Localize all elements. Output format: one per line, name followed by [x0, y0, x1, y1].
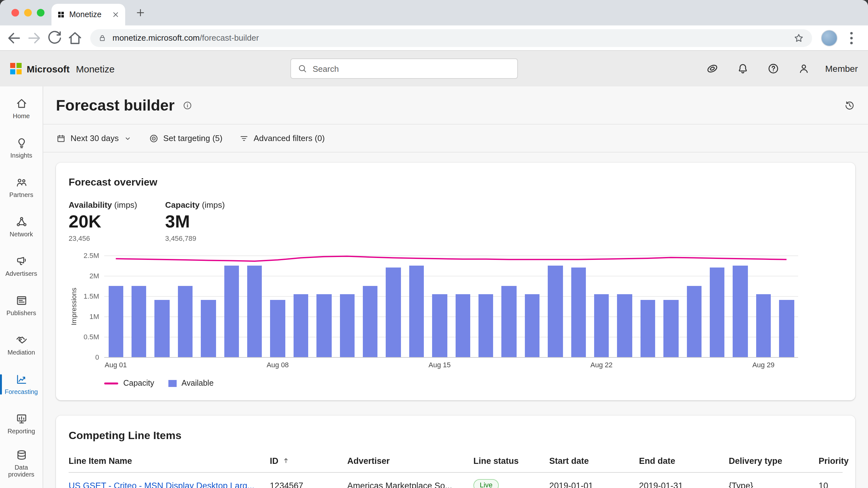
availability-label-text: Availability [69, 200, 112, 210]
column-header-label: Line status [473, 456, 519, 466]
sidebar-item-network[interactable]: Network [0, 207, 42, 247]
partners-icon [15, 176, 28, 189]
line-item-row: US GSET - Criteo - MSN Display Desktop L… [69, 472, 843, 488]
forecasting-icon [15, 373, 28, 386]
sidebar: HomeInsightsPartnersNetworkAdvertisersPu… [0, 86, 43, 488]
info-icon[interactable] [182, 100, 192, 110]
app-brand[interactable]: Microsoft Monetize [10, 63, 115, 74]
y-axis-ticks: 00.5M1M1.5M2M2.5M [79, 255, 104, 357]
column-header-line-item-name[interactable]: Line Item Name [69, 451, 270, 472]
sidebar-item-partners[interactable]: Partners [0, 168, 42, 207]
sidebar-item-mediation[interactable]: Mediation [0, 325, 42, 365]
y-axis-label: Impressions [69, 255, 79, 357]
new-tab-button[interactable] [135, 7, 146, 19]
person-icon[interactable] [797, 62, 810, 75]
cell-advertiser: Americas Marketplace So... [347, 472, 473, 488]
line-item-link[interactable]: US GSET - Criteo - MSN Display Desktop L… [69, 481, 254, 488]
forecast-chart: Impressions 00.5M1M1.5M2M2.5M [69, 255, 843, 388]
y-tick-label: 1.5M [84, 292, 99, 300]
line-items-table: Line Item NameIDAdvertiserLine statusSta… [69, 451, 843, 488]
capacity-exact: 3,456,789 [165, 234, 225, 243]
home-icon [15, 97, 28, 110]
sidebar-item-data-providers[interactable]: Data providers [0, 444, 42, 483]
window-zoom-button[interactable] [37, 9, 44, 17]
browser-profile-avatar[interactable] [821, 30, 837, 46]
capacity-stat: Capacity (imps) 3M 3,456,789 [165, 200, 225, 243]
date-range-filter[interactable]: Next 30 days [56, 133, 132, 143]
column-header-label: End date [639, 456, 675, 466]
insights-icon [15, 137, 28, 150]
page-header: Forecast builder [43, 86, 868, 125]
sidebar-item-insights[interactable]: Insights [0, 128, 42, 168]
url-text: monetize.microsoft.com/forecast-builder [113, 33, 787, 42]
sidebar-item-label: Publishers [6, 310, 36, 317]
history-icon[interactable] [844, 99, 855, 111]
availability-exact: 23,456 [69, 234, 137, 243]
member-label[interactable]: Member [825, 64, 858, 74]
column-header-start-date[interactable]: Start date [549, 451, 639, 472]
reload-button[interactable] [46, 29, 64, 47]
x-tick-label: Aug 22 [590, 361, 613, 369]
x-tick-label: Aug 01 [105, 361, 127, 369]
y-tick-label: 2.5M [84, 252, 99, 259]
capacity-unit: (imps) [202, 200, 225, 210]
page-title: Forecast builder [56, 96, 175, 114]
x-tick-label: Aug 29 [752, 361, 775, 369]
browser-menu-icon[interactable] [843, 29, 860, 47]
sort-ascending-icon [282, 457, 290, 464]
microsoft-logo-icon [10, 63, 22, 74]
advanced-filters-button[interactable]: Advanced filters (0) [239, 133, 325, 143]
cell-end-date: 2019-01-31 [639, 472, 729, 488]
sidebar-item-advertisers[interactable]: Advertisers [0, 247, 42, 286]
y-tick-label: 1M [89, 313, 99, 320]
set-targeting-button[interactable]: Set targeting (5) [149, 133, 222, 143]
sidebar-item-publishers[interactable]: Publishers [0, 286, 42, 325]
sidebar-item-label: Partners [9, 191, 33, 199]
availability-unit: (imps) [114, 200, 137, 210]
back-button[interactable] [5, 29, 23, 47]
global-search[interactable] [290, 58, 518, 79]
y-tick-label: 0.5M [84, 333, 99, 341]
filter-lines-icon [239, 133, 249, 143]
column-header-label: Advertiser [347, 456, 390, 466]
bookmark-star-icon[interactable] [793, 32, 804, 43]
legend-item-capacity: Capacity [104, 379, 154, 388]
column-header-label: Delivery type [729, 456, 782, 466]
help-icon[interactable] [767, 62, 779, 75]
line-items-title: Competing Line Items [69, 428, 843, 444]
x-tick-label: Aug 08 [267, 361, 289, 369]
tab-close-icon[interactable] [111, 10, 120, 19]
window-close-button[interactable] [11, 9, 19, 17]
brand-product: Monetize [76, 63, 115, 74]
column-header-advertiser[interactable]: Advertiser [347, 451, 473, 472]
data-providers-icon [15, 448, 28, 461]
cell-id: 1234567 [270, 472, 347, 488]
bell-icon[interactable] [736, 62, 749, 75]
sidebar-item-home[interactable]: Home [0, 89, 42, 128]
monetize-favicon-icon [57, 10, 65, 19]
address-bar[interactable]: monetize.microsoft.com/forecast-builder [90, 29, 812, 47]
column-header-line-status[interactable]: Line status [473, 451, 549, 472]
column-header-id[interactable]: ID [270, 451, 347, 472]
sidebar-item-forecasting[interactable]: Forecasting [0, 365, 42, 404]
column-header-end-date[interactable]: End date [639, 451, 729, 472]
sidebar-item-reporting[interactable]: Reporting [0, 404, 42, 444]
tab-title: Monetize [69, 10, 107, 19]
search-input[interactable] [313, 64, 511, 73]
browser-tab-monetize[interactable]: Monetize [52, 4, 125, 25]
column-header-delivery-type[interactable]: Delivery type [729, 451, 819, 472]
x-tick-label: Aug 15 [429, 361, 451, 369]
browser-home-button[interactable] [66, 29, 84, 47]
availability-stat: Availability (imps) 20K 23,456 [69, 200, 137, 243]
sidebar-item-label: Data providers [2, 463, 40, 478]
window-minimize-button[interactable] [24, 9, 32, 17]
advanced-filters-label: Advanced filters (0) [253, 133, 325, 143]
column-header-priority[interactable]: Priority [818, 451, 843, 472]
copilot-icon[interactable] [706, 62, 718, 75]
url-host: monetize.microsoft.com [113, 33, 200, 42]
capacity-line-layer [104, 255, 798, 357]
sidebar-item-label: Home [13, 113, 30, 120]
target-icon [149, 133, 159, 143]
brand-microsoft: Microsoft [27, 63, 69, 74]
forward-button[interactable] [25, 29, 43, 47]
